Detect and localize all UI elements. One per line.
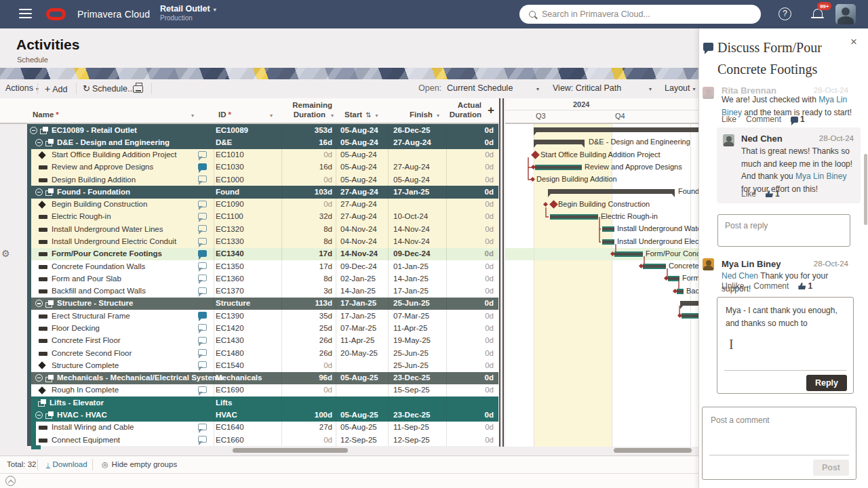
comment-icon[interactable] bbox=[198, 225, 207, 232]
layout-dropdown[interactable]: Layout▾ bbox=[665, 83, 696, 93]
collapse-icon[interactable] bbox=[35, 411, 43, 419]
user-avatar[interactable] bbox=[835, 4, 856, 24]
summary-bar[interactable] bbox=[534, 140, 585, 144]
group-row[interactable]: Structure - StructureStructure113d17-Jan… bbox=[27, 298, 498, 310]
gantt-horizontal-scrollbar[interactable] bbox=[614, 448, 692, 453]
comment-icon[interactable] bbox=[198, 287, 207, 294]
table-gantt-splitter[interactable] bbox=[498, 98, 505, 447]
view-dropdown[interactable]: View: Critical Path bbox=[553, 83, 621, 93]
print-icon[interactable] bbox=[133, 85, 143, 93]
comment-icon[interactable] bbox=[198, 324, 207, 331]
comment-icon[interactable] bbox=[198, 337, 207, 344]
activity-row[interactable]: Backfill and Compact WallsEC13703d14-Jan… bbox=[27, 285, 498, 298]
group-row[interactable]: EC10089 - Retail OutletEC10089353d05-Aug… bbox=[27, 124, 498, 136]
column-menu-icon[interactable]: ▾ bbox=[266, 110, 273, 119]
column-header-start[interactable]: Start⇅▾ bbox=[344, 110, 378, 119]
summary-bar[interactable] bbox=[680, 301, 698, 306]
activity-row[interactable]: Start Office Building Addition ProjectEC… bbox=[27, 149, 498, 161]
group-row[interactable]: Lifts - ElevatorLifts bbox=[27, 396, 498, 409]
comment-icon[interactable] bbox=[198, 201, 207, 207]
comment-icon[interactable] bbox=[198, 312, 207, 319]
summary-bar[interactable] bbox=[548, 189, 675, 194]
activity-row[interactable]: Install Underground Electric ConduitEC13… bbox=[27, 236, 498, 248]
comment-icon[interactable] bbox=[198, 238, 207, 245]
column-menu-icon[interactable]: ▾ bbox=[187, 110, 194, 119]
activity-row[interactable]: Form/Pour Concrete FootingsEC134017d14-N… bbox=[27, 248, 498, 260]
table-horizontal-scrollbar[interactable] bbox=[233, 448, 348, 453]
activity-row[interactable]: Floor DeckingEC142025d07-Mar-2511-Apr-25… bbox=[27, 322, 498, 334]
user-mention-link[interactable]: Mya Lin Biney bbox=[795, 171, 846, 181]
activity-gantt-bar[interactable] bbox=[614, 251, 643, 257]
project-switcher[interactable]: Retail Outlet▾ Production bbox=[160, 4, 216, 22]
activity-gantt-bar[interactable] bbox=[602, 239, 614, 245]
activity-row[interactable]: Erect Structural FrameEC139035d17-Jan-25… bbox=[27, 310, 498, 322]
comment-icon[interactable] bbox=[198, 176, 207, 182]
comment-count-icon[interactable] bbox=[791, 117, 798, 123]
thumb-up-icon[interactable] bbox=[766, 190, 773, 197]
panel-scrollbar[interactable] bbox=[864, 154, 867, 225]
open-schedule-dropdown[interactable]: Open:Current Schedule bbox=[418, 83, 513, 93]
menu-icon[interactable] bbox=[19, 9, 32, 19]
comment-icon[interactable] bbox=[198, 213, 207, 220]
column-header-remaining2[interactable]: Duration bbox=[281, 110, 326, 119]
comment-icon[interactable] bbox=[198, 250, 207, 257]
view-caret[interactable]: ▾ bbox=[646, 83, 652, 93]
activity-gantt-bar[interactable] bbox=[535, 165, 582, 170]
activity-row[interactable]: Rough In CompleteEC16900d15-Sep-250d bbox=[27, 384, 498, 396]
column-header-id[interactable]: ID* bbox=[218, 110, 231, 119]
group-row[interactable]: D&E - Design and EngineeringD&E16d05-Aug… bbox=[27, 136, 498, 148]
comment-link[interactable]: Comment bbox=[746, 115, 781, 124]
comment-icon[interactable] bbox=[198, 361, 207, 368]
activity-gantt-bar[interactable] bbox=[643, 264, 666, 269]
column-header-actual[interactable]: Actual bbox=[427, 101, 481, 109]
open-schedule-caret[interactable]: ▾ bbox=[534, 83, 539, 93]
activity-row[interactable]: Concrete Foundation WallsEC135017d09-Dec… bbox=[27, 260, 498, 272]
post-comment-box[interactable]: Post a commentPost bbox=[702, 407, 856, 480]
activity-gantt-bar[interactable] bbox=[668, 276, 679, 281]
post-button[interactable]: Post bbox=[813, 460, 849, 476]
gantt-chart[interactable]: D&E - Design and EngineeringStart Office… bbox=[505, 124, 698, 447]
group-row[interactable]: Found - FoundationFound103d27-Aug-2417-J… bbox=[27, 186, 498, 198]
column-header-actual2[interactable]: Duration bbox=[427, 110, 481, 119]
activity-row[interactable]: Review and Approve DesignsEC103016d05-Au… bbox=[27, 161, 498, 174]
search-input[interactable]: Search in Primavera Cloud... bbox=[519, 5, 761, 24]
comment-icon[interactable] bbox=[198, 151, 207, 158]
like-link[interactable]: Like bbox=[722, 115, 736, 124]
column-header-name[interactable]: Name* bbox=[33, 110, 59, 119]
schedule-button[interactable]: ↻Schedule... bbox=[83, 83, 134, 94]
user-mention-link[interactable]: Ned Chen bbox=[722, 271, 758, 281]
group-row[interactable]: HVAC - HVACHVAC100d05-Aug-2523-Dec-250d bbox=[27, 409, 498, 421]
activity-row[interactable]: Connect EquipmentEC16600d12-Sep-2512-Sep… bbox=[27, 434, 498, 446]
summary-bar[interactable] bbox=[534, 127, 698, 132]
column-menu-icon[interactable]: ▾ bbox=[327, 110, 334, 119]
post-reply-input[interactable]: Post a reply bbox=[717, 214, 850, 247]
add-column-button[interactable]: + bbox=[488, 104, 494, 117]
column-header-remaining[interactable]: Remaining bbox=[288, 101, 332, 109]
activity-row[interactable]: Concrete First FloorEC143026d11-Apr-2519… bbox=[27, 335, 498, 347]
group-row[interactable]: Mechanicals - Mechanical/Electrical Syst… bbox=[27, 372, 498, 384]
close-icon[interactable]: × bbox=[850, 35, 857, 49]
collapse-icon[interactable] bbox=[35, 300, 43, 307]
collapse-icon[interactable] bbox=[35, 374, 43, 382]
notifications-icon[interactable]: 99+ bbox=[812, 7, 825, 21]
activity-row[interactable]: Structure CompleteEC15400d25-Jun-250d bbox=[27, 359, 498, 371]
comment-icon[interactable] bbox=[198, 436, 207, 443]
comment-icon[interactable] bbox=[198, 274, 207, 281]
activity-row[interactable]: Begin Building ConstructionEC10900d27-Au… bbox=[27, 199, 498, 211]
activity-row[interactable]: Design Building AdditionEC10000d05-Aug-2… bbox=[27, 174, 498, 186]
like-link[interactable]: Like bbox=[741, 189, 756, 199]
row-actions-gear-icon[interactable]: ⚙ bbox=[1, 248, 10, 259]
comment-icon[interactable] bbox=[198, 349, 207, 356]
comment-icon[interactable] bbox=[198, 386, 207, 393]
reply-compose-box[interactable]: Mya - I cant thank you enough, and thank… bbox=[717, 297, 854, 394]
thumb-up-icon[interactable] bbox=[798, 283, 806, 289]
comment-icon[interactable] bbox=[198, 163, 207, 170]
activity-gantt-bar[interactable] bbox=[682, 313, 698, 319]
activity-row[interactable]: Concrete Second FloorEC148026d20-May-252… bbox=[27, 347, 498, 359]
download-button[interactable]: ↓Download bbox=[46, 460, 87, 468]
collapse-icon[interactable] bbox=[35, 188, 43, 196]
activity-row[interactable]: Electric Rough-inEC110032d27-Aug-2410-Oc… bbox=[27, 211, 498, 223]
activity-row[interactable]: Install Underground Water LinesEC13208d0… bbox=[27, 223, 498, 235]
hide-empty-groups-toggle[interactable]: ◎Hide empty groups bbox=[102, 460, 177, 469]
collapse-icon[interactable] bbox=[35, 139, 43, 146]
